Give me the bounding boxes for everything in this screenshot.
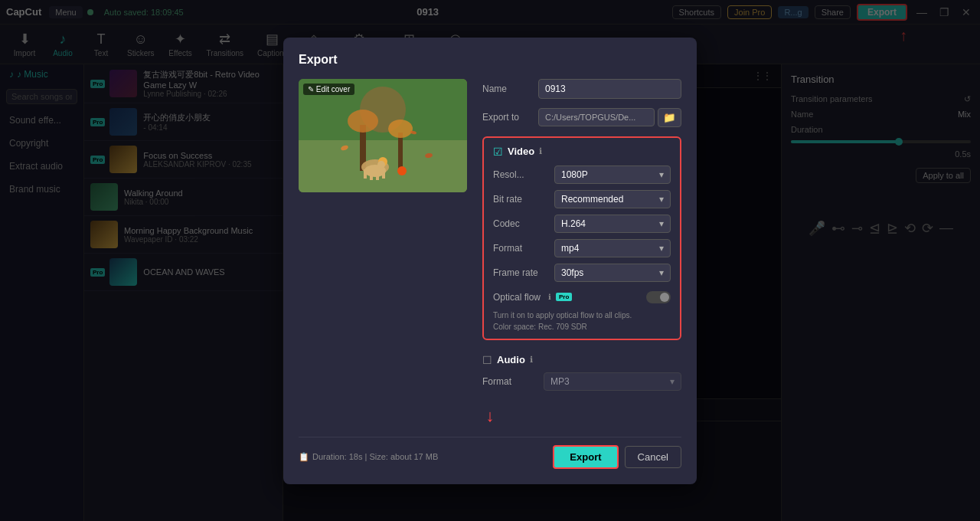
name-input[interactable] <box>538 79 681 99</box>
audio-checkbox[interactable]: ☐ <box>482 354 492 366</box>
modal-preview: ✎ Edit cover <box>299 79 467 403</box>
bitrate-label: Bit rate <box>493 194 554 205</box>
codec-select[interactable]: H.264 ▾ <box>554 215 671 233</box>
export-path-row: C:/Users/TOPGUS/De... 📁 <box>538 108 681 127</box>
modal-body: ✎ Edit cover Name Export to C:/Users/TOP… <box>299 79 681 403</box>
video-section-title: Video <box>508 146 534 157</box>
svg-point-4 <box>348 110 378 133</box>
preview-thumbnail: ✎ Edit cover <box>299 79 467 192</box>
edit-cover-button[interactable]: ✎ Edit cover <box>303 84 354 95</box>
format-label: Format <box>493 243 554 254</box>
optical-flow-info-icon[interactable]: ℹ <box>548 293 551 301</box>
audio-format-select[interactable]: MP3 ▾ <box>544 372 681 391</box>
resolution-value: 1080P <box>561 169 588 180</box>
resolution-row: Resol... 1080P ▾ <box>493 165 671 184</box>
cancel-modal-button[interactable]: Cancel <box>625 446 681 468</box>
bitrate-row: Bit rate Recommended ▾ <box>493 190 671 208</box>
svg-point-10 <box>377 161 385 169</box>
framerate-value: 30fps <box>561 267 583 278</box>
audio-section-header: ☐ Audio ℹ <box>482 354 681 366</box>
footer-info: 📋 Duration: 18s | Size: about 17 MB <box>299 452 438 462</box>
audio-format-label: Format <box>482 376 544 387</box>
footer-buttons: Export Cancel <box>553 445 681 469</box>
browse-folder-button[interactable]: 📁 <box>658 108 681 127</box>
modal-title: Export <box>299 53 681 67</box>
audio-section: ☐ Audio ℹ Format MP3 ▾ <box>482 348 681 403</box>
video-section-header: ☑ Video ℹ <box>493 146 671 158</box>
audio-section-title: Audio <box>497 354 525 365</box>
export-modal: Export <box>283 38 697 484</box>
down-arrow-icon: ↓ <box>486 406 495 425</box>
export-modal-button[interactable]: Export <box>553 445 618 469</box>
format-value: mp4 <box>561 243 579 254</box>
info-icon: 📋 <box>299 452 309 462</box>
video-section: ☑ Video ℹ Resol... 1080P ▾ Bit rate <box>482 136 681 340</box>
svg-rect-13 <box>376 171 379 180</box>
format-select[interactable]: mp4 ▾ <box>554 239 671 257</box>
audio-format-arrow-icon: ▾ <box>670 376 675 387</box>
modal-overlay: Export <box>0 0 980 521</box>
toggle-thumb <box>660 293 669 302</box>
framerate-select[interactable]: 30fps ▾ <box>554 264 671 282</box>
video-checkbox[interactable]: ☑ <box>493 146 503 158</box>
optical-flow-desc: Turn it on to apply optical flow to all … <box>493 311 671 319</box>
svg-rect-12 <box>370 171 373 180</box>
name-field-row: Name <box>482 79 681 99</box>
svg-point-6 <box>388 120 413 138</box>
svg-rect-5 <box>398 133 403 171</box>
framerate-row: Frame rate 30fps ▾ <box>493 264 671 282</box>
name-label: Name <box>482 84 532 94</box>
audio-info-icon[interactable]: ℹ <box>530 355 533 365</box>
video-info-icon[interactable]: ℹ <box>539 146 542 156</box>
export-to-label: Export to <box>482 112 532 123</box>
svg-point-18 <box>397 166 407 175</box>
bitrate-select[interactable]: Recommended ▾ <box>554 190 671 208</box>
export-path-text: C:/Users/TOPGUS/De... <box>538 108 655 126</box>
arrow-indicator-container: ↓ <box>299 406 681 426</box>
format-row: Format mp4 ▾ <box>493 239 671 257</box>
codec-value: H.264 <box>561 218 586 229</box>
svg-rect-11 <box>364 169 367 179</box>
optical-flow-label: Optical flow <box>493 292 541 303</box>
optical-flow-toggle[interactable] <box>646 291 671 303</box>
color-space-label: Color space: Rec. 709 SDR <box>493 323 671 331</box>
modal-footer: 📋 Duration: 18s | Size: about 17 MB Expo… <box>299 437 681 469</box>
optical-flow-row: Optical flow ℹ Pro <box>493 288 671 306</box>
framerate-label: Frame rate <box>493 267 554 278</box>
codec-row: Codec H.264 ▾ <box>493 215 671 233</box>
footer-info-text: Duration: 18s | Size: about 17 MB <box>312 452 438 461</box>
format-arrow-icon: ▾ <box>659 243 664 254</box>
codec-arrow-icon: ▾ <box>659 218 664 229</box>
pro-badge-optical: Pro <box>556 293 572 301</box>
modal-fields: Name Export to C:/Users/TOPGUS/De... 📁 ☑… <box>482 79 681 403</box>
codec-label: Codec <box>493 218 554 229</box>
resolution-select[interactable]: 1080P ▾ <box>554 165 671 184</box>
preview-image <box>299 79 467 192</box>
export-to-field-row: Export to C:/Users/TOPGUS/De... 📁 <box>482 108 681 127</box>
audio-format-row: Format MP3 ▾ <box>482 372 681 391</box>
resolution-arrow-icon: ▾ <box>659 169 664 180</box>
audio-format-value: MP3 <box>550 376 570 387</box>
bitrate-arrow-icon: ▾ <box>659 194 664 205</box>
resolution-label: Resol... <box>493 169 554 180</box>
bitrate-value: Recommended <box>561 194 623 205</box>
svg-rect-14 <box>382 169 385 179</box>
framerate-arrow-icon: ▾ <box>659 267 664 278</box>
